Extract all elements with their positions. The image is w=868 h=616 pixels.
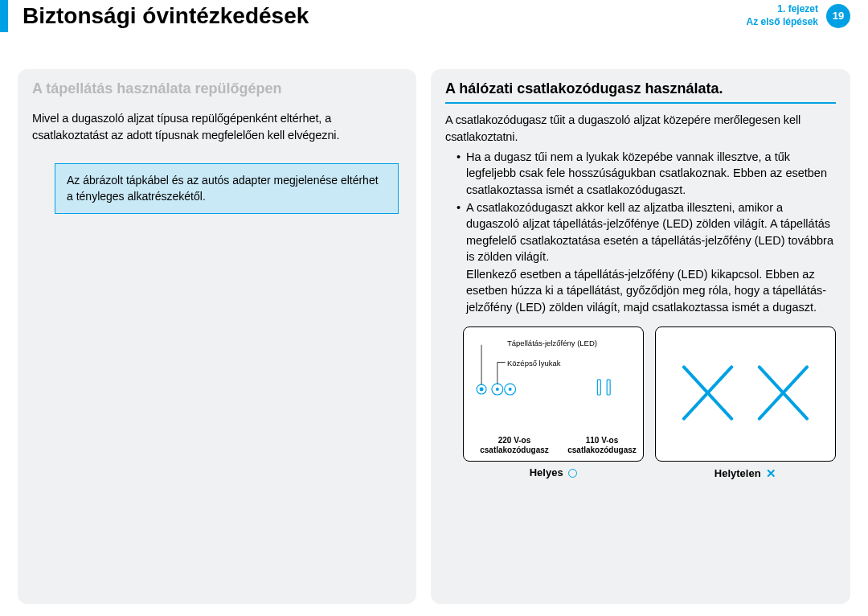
x-icon: ✕ bbox=[766, 466, 776, 480]
page-title: Biztonsági óvintézkedések bbox=[23, 0, 309, 32]
holes-label: Középső lyukak bbox=[507, 359, 561, 368]
circle-icon bbox=[568, 469, 577, 478]
svg-rect-10 bbox=[607, 380, 610, 395]
x-marks-svg bbox=[656, 327, 835, 461]
header-right: 1. fejezet Az első lépések 19 bbox=[747, 3, 850, 28]
bullet-list: Ha a dugasz tűi nem a lyukak közepébe va… bbox=[445, 149, 836, 265]
svg-point-1 bbox=[480, 388, 484, 392]
diagram-row: Tápellátás-jelzőfény (LED) Középső lyuka… bbox=[445, 326, 836, 462]
svg-point-6 bbox=[509, 388, 512, 391]
left-subhead: A tápellátás használata repülőgépen bbox=[32, 80, 402, 102]
right-subhead: A hálózati csatlakozódugasz használata. bbox=[445, 80, 836, 104]
svg-rect-9 bbox=[597, 380, 600, 395]
chapter-line2: Az első lépések bbox=[747, 16, 818, 29]
left-body: Mivel a dugaszoló aljzat típusa repülőgé… bbox=[32, 110, 402, 144]
chapter-block: 1. fejezet Az első lépések bbox=[747, 3, 818, 28]
note-box: Az ábrázolt tápkábel és az autós adapter… bbox=[55, 163, 399, 214]
diagram-correct: Tápellátás-jelzőfény (LED) Középső lyuka… bbox=[463, 326, 644, 462]
caption-correct: Helyes bbox=[463, 466, 644, 481]
page-number-badge: 19 bbox=[826, 4, 850, 28]
caption-row: Helyes Helytelen ✕ bbox=[445, 466, 836, 481]
plug220-label: 220 V-os csatlakozódugasz bbox=[470, 436, 559, 454]
sub-paragraph: Ellenkező esetben a tápellátás-jelzőfény… bbox=[445, 266, 836, 315]
svg-point-5 bbox=[496, 388, 499, 391]
right-body: A csatlakozódugasz tűit a dugaszoló aljz… bbox=[445, 112, 836, 146]
diagram-incorrect bbox=[655, 326, 836, 462]
caption-incorrect: Helytelen ✕ bbox=[655, 466, 836, 481]
bullet-item: A csatlakozódugaszt akkor kell az aljzat… bbox=[457, 199, 836, 265]
two-column-layout: A tápellátás használata repülőgépen Mive… bbox=[18, 69, 850, 604]
accent-tab bbox=[0, 0, 8, 32]
plug110-label: 110 V-os csatlakozódugasz bbox=[563, 436, 641, 454]
chapter-line1: 1. fejezet bbox=[747, 3, 818, 16]
bullet-item: Ha a dugasz tűi nem a lyukak közepébe va… bbox=[457, 149, 836, 198]
right-column: A hálózati csatlakozódugasz használata. … bbox=[431, 69, 850, 604]
left-column: A tápellátás használata repülőgépen Mive… bbox=[18, 69, 416, 604]
led-label: Tápellátás-jelzőfény (LED) bbox=[507, 339, 597, 347]
